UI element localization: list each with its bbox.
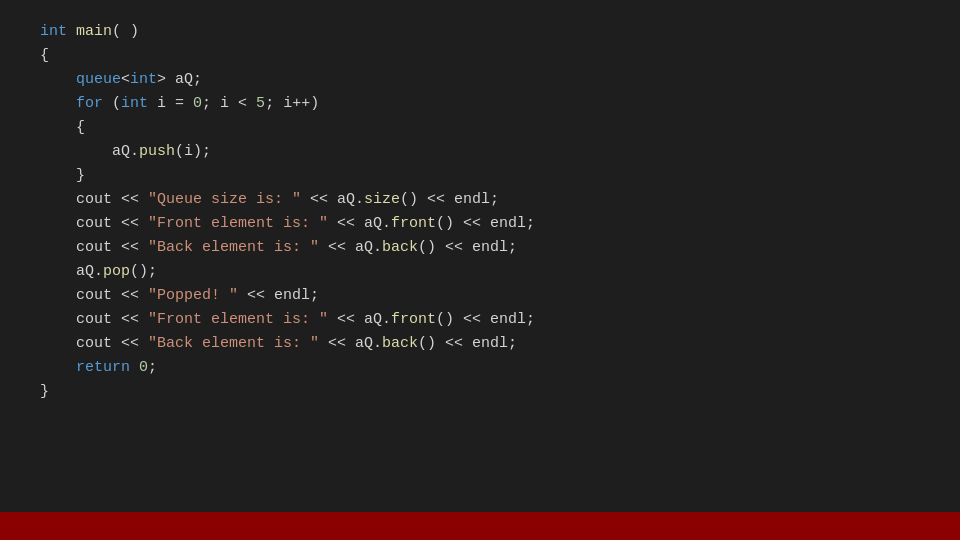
code-line-14: cout << "Back element is: " << aQ.back()… — [40, 332, 920, 356]
plain-text: ( — [103, 92, 121, 116]
method-back2: back — [382, 332, 418, 356]
plain-text: << aQ. — [319, 236, 382, 260]
plain-text — [40, 68, 76, 92]
keyword-return: return — [76, 356, 130, 380]
str-front-element: "Front element is: " — [148, 212, 328, 236]
plain-text: cout << — [40, 236, 148, 260]
code-line-3: queue<int> aQ; — [40, 68, 920, 92]
plain-text: } — [40, 380, 49, 404]
code-line-9: cout << "Front element is: " << aQ.front… — [40, 212, 920, 236]
code-line-10: cout << "Back element is: " << aQ.back()… — [40, 236, 920, 260]
code-line-11: aQ.pop(); — [40, 260, 920, 284]
plain-text: cout << — [40, 332, 148, 356]
plain-text: i = — [148, 92, 193, 116]
code-line-2: { — [40, 44, 920, 68]
plain-text — [67, 20, 76, 44]
plain-text: cout << — [40, 212, 148, 236]
plain-text: (i); — [175, 140, 211, 164]
str-back-element: "Back element is: " — [148, 236, 319, 260]
plain-text: { — [40, 44, 49, 68]
num-return: 0 — [139, 356, 148, 380]
plain-text: cout << — [40, 284, 148, 308]
plain-text: (); — [130, 260, 157, 284]
keyword-int: int — [130, 68, 157, 92]
fn-main: main — [76, 20, 112, 44]
plain-text — [130, 356, 139, 380]
code-line-6: aQ.push(i); — [40, 140, 920, 164]
method-front: front — [391, 212, 436, 236]
code-line-13: cout << "Front element is: " << aQ.front… — [40, 308, 920, 332]
bottom-bar — [0, 512, 960, 540]
plain-text: < — [121, 68, 130, 92]
code-line-4: for (int i = 0; i < 5; i++) — [40, 92, 920, 116]
plain-text — [40, 356, 76, 380]
code-line-1: int main( ) — [40, 20, 920, 44]
plain-text: () << endl; — [418, 332, 517, 356]
code-editor: int main( ) { queue<int> aQ; for (int i … — [0, 0, 960, 512]
keyword-int: int — [40, 20, 67, 44]
plain-text: cout << — [40, 188, 148, 212]
str-queue-size: "Queue size is: " — [148, 188, 301, 212]
keyword-for: for — [76, 92, 103, 116]
method-size: size — [364, 188, 400, 212]
num-5: 5 — [256, 92, 265, 116]
plain-text: ; i++) — [265, 92, 319, 116]
plain-text: () << endl; — [418, 236, 517, 260]
str-popped: "Popped! " — [148, 284, 238, 308]
str-front-element2: "Front element is: " — [148, 308, 328, 332]
method-front2: front — [391, 308, 436, 332]
type-queue: queue — [76, 68, 121, 92]
code-line-16: } — [40, 380, 920, 404]
num-0: 0 — [193, 92, 202, 116]
plain-text: << endl; — [238, 284, 319, 308]
plain-text: } — [40, 164, 85, 188]
code-line-7: } — [40, 164, 920, 188]
plain-text: ; i < — [202, 92, 256, 116]
plain-text: << aQ. — [319, 332, 382, 356]
plain-text: > aQ; — [157, 68, 202, 92]
plain-text: () << endl; — [436, 212, 535, 236]
str-back-element2: "Back element is: " — [148, 332, 319, 356]
plain-text: () << endl; — [400, 188, 499, 212]
code-line-12: cout << "Popped! " << endl; — [40, 284, 920, 308]
plain-text: aQ. — [40, 260, 103, 284]
plain-text: aQ. — [40, 140, 139, 164]
plain-text: << aQ. — [328, 212, 391, 236]
plain-text: ( ) — [112, 20, 139, 44]
code-line-8: cout << "Queue size is: " << aQ.size() <… — [40, 188, 920, 212]
method-pop: pop — [103, 260, 130, 284]
plain-text: { — [40, 116, 85, 140]
plain-text: cout << — [40, 308, 148, 332]
plain-text — [40, 92, 76, 116]
method-back: back — [382, 236, 418, 260]
code-line-15: return 0; — [40, 356, 920, 380]
plain-text: () << endl; — [436, 308, 535, 332]
plain-text: << aQ. — [328, 308, 391, 332]
plain-text: ; — [148, 356, 157, 380]
method-push: push — [139, 140, 175, 164]
code-line-5: { — [40, 116, 920, 140]
keyword-int2: int — [121, 92, 148, 116]
plain-text: << aQ. — [301, 188, 364, 212]
